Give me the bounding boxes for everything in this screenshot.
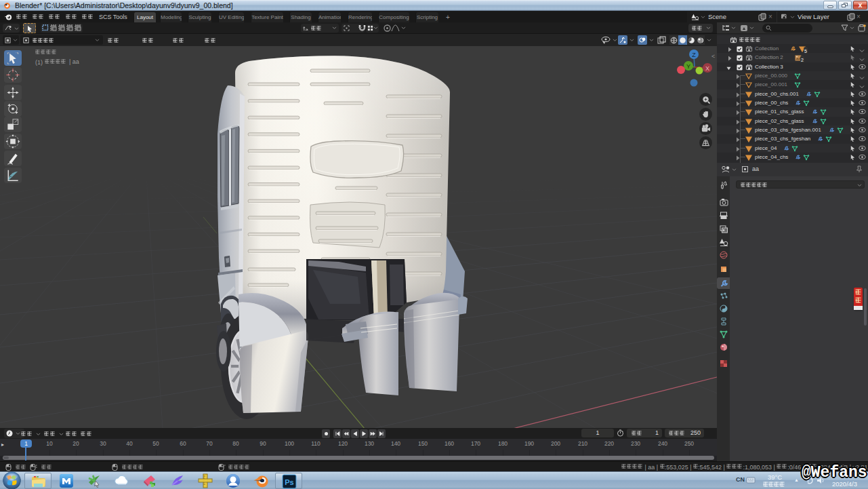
svg-text:Ps: Ps bbox=[285, 478, 293, 486]
svg-text:Y: Y bbox=[686, 63, 690, 70]
svg-text:X: X bbox=[705, 65, 709, 72]
svg-text:Z: Z bbox=[692, 52, 696, 58]
